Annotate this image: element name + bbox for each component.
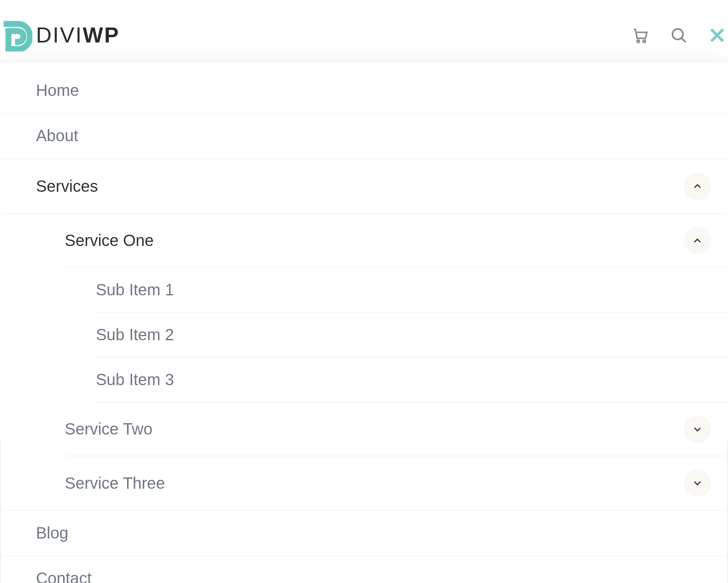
mobile-menu-panel: Home About Services Service One Sub Item…: [0, 62, 728, 583]
chevron-down-icon[interactable]: [684, 416, 711, 443]
menu-item-label: Service One: [65, 231, 154, 250]
menu-item-home[interactable]: Home: [0, 68, 728, 114]
menu-item-about[interactable]: About: [0, 114, 728, 159]
logo-mark-icon: [0, 19, 32, 51]
menu-item-label: Home: [36, 81, 79, 100]
svg-point-0: [637, 40, 639, 42]
header-actions: [630, 25, 728, 46]
menu-item-sub-1[interactable]: Sub Item 1: [0, 268, 728, 313]
svg-point-1: [643, 40, 645, 42]
menu-item-service-two[interactable]: Service Two: [0, 403, 728, 456]
logo-text: DIVIWP: [36, 23, 120, 48]
menu-item-label: Blog: [36, 524, 68, 543]
menu-item-label: Sub Item 2: [96, 326, 174, 344]
site-logo[interactable]: DIVIWP: [0, 19, 120, 51]
chevron-up-icon[interactable]: [684, 172, 711, 200]
menu-item-sub-2[interactable]: Sub Item 2: [0, 313, 728, 358]
site-header: DIVIWP: [0, 0, 728, 51]
menu-item-label: Service Two: [65, 420, 152, 439]
search-icon[interactable]: [668, 25, 690, 46]
menu-item-label: Sub Item 3: [96, 371, 174, 389]
chevron-up-icon[interactable]: [684, 227, 711, 254]
menu-item-label: About: [36, 127, 78, 146]
menu-item-blog[interactable]: Blog: [0, 511, 728, 556]
menu-item-label: Sub Item 1: [96, 281, 174, 299]
menu-item-label: Service Three: [65, 474, 165, 492]
menu-item-label: Services: [36, 177, 98, 195]
svg-point-2: [673, 29, 683, 40]
menu-item-sub-3[interactable]: Sub Item 3: [0, 358, 728, 403]
logo-text-light: DIVI: [36, 23, 83, 47]
chevron-down-icon[interactable]: [684, 469, 711, 497]
menu-item-contact[interactable]: Contact: [0, 556, 728, 583]
svg-line-3: [682, 38, 686, 42]
logo-text-bold: WP: [83, 23, 120, 47]
menu-item-label: Contact: [36, 569, 92, 583]
menu-item-service-one[interactable]: Service One: [0, 214, 728, 267]
menu-item-services[interactable]: Services: [0, 159, 728, 214]
close-icon[interactable]: [707, 25, 728, 46]
menu-item-service-three[interactable]: Service Three: [0, 456, 728, 511]
cart-icon[interactable]: [630, 25, 651, 46]
